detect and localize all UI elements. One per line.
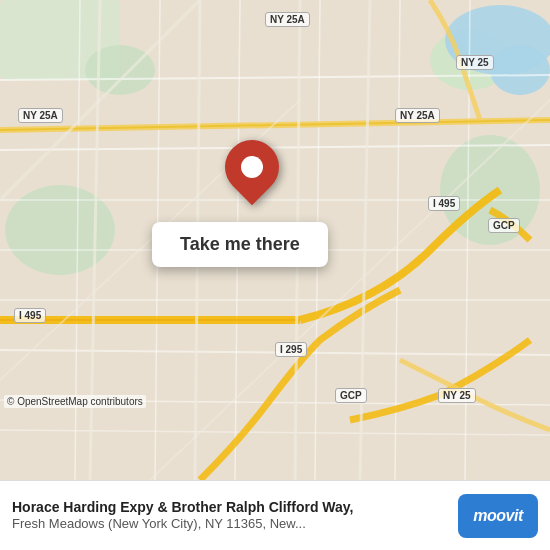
moovit-logo: moovit bbox=[458, 494, 538, 538]
pin-inner bbox=[241, 156, 263, 178]
location-subtitle: Fresh Meadows (New York City), NY 11365,… bbox=[12, 516, 448, 533]
road-label-i295: I 295 bbox=[275, 342, 307, 357]
openstreetmap-text: © OpenStreetMap contributors bbox=[7, 396, 143, 407]
svg-point-4 bbox=[85, 45, 155, 95]
location-info: Horace Harding Expy & Brother Ralph Clif… bbox=[12, 498, 448, 533]
road-label-ny25a-left: NY 25A bbox=[18, 108, 63, 123]
road-label-ny25-top-right: NY 25 bbox=[456, 55, 494, 70]
road-label-gcp-bottom: GCP bbox=[335, 388, 367, 403]
location-title: Horace Harding Expy & Brother Ralph Clif… bbox=[12, 498, 448, 516]
road-label-i495-left: I 495 bbox=[14, 308, 46, 323]
road-label-ny25-bottom: NY 25 bbox=[438, 388, 476, 403]
bottom-bar: Horace Harding Expy & Brother Ralph Clif… bbox=[0, 480, 550, 550]
road-label-gcp-right: GCP bbox=[488, 218, 520, 233]
svg-point-1 bbox=[5, 185, 115, 275]
road-label-i495-right: I 495 bbox=[428, 196, 460, 211]
road-label-cip: NY 25A bbox=[265, 12, 310, 27]
pin-shape bbox=[214, 129, 290, 205]
road-label-ny25a-right: NY 25A bbox=[395, 108, 440, 123]
location-pin bbox=[225, 140, 279, 194]
moovit-logo-text: moovit bbox=[473, 507, 522, 525]
take-me-there-button[interactable]: Take me there bbox=[152, 222, 328, 267]
openstreetmap-credit: © OpenStreetMap contributors bbox=[4, 395, 146, 408]
svg-point-7 bbox=[490, 45, 550, 95]
map-container: NY 25A NY 25A NY 25A NY 25 I 495 I 495 I… bbox=[0, 0, 550, 480]
